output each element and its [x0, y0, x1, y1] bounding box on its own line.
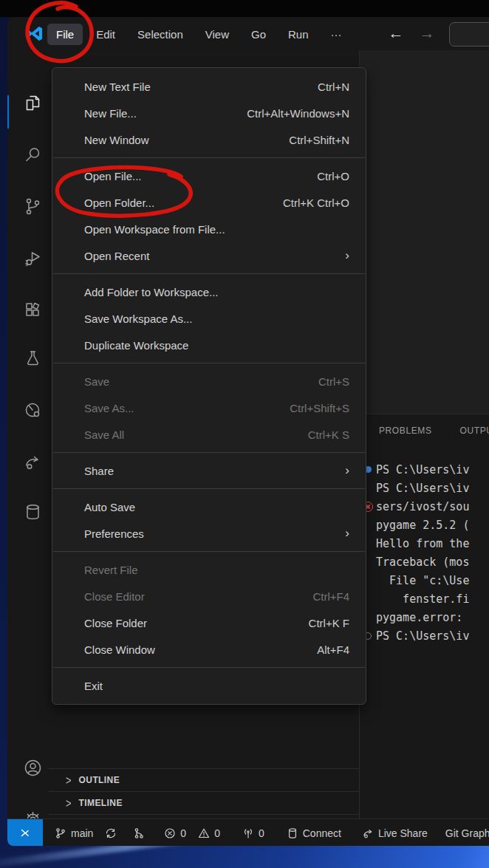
back-arrow-button[interactable]: ←: [386, 23, 406, 44]
menu-separator: [53, 551, 365, 552]
ports-count: 0: [259, 827, 264, 839]
menu-item-new-window[interactable]: New WindowCtrl+Shift+N: [52, 126, 366, 153]
menu-item-label: Save Workspace As...: [84, 312, 349, 325]
problems-errors[interactable]: 0: [158, 819, 192, 846]
menu-item-label: New Window: [84, 134, 289, 146]
git-graph-label-button[interactable]: Git Graph: [440, 819, 489, 846]
menu-item-close-window[interactable]: Close WindowAlt+F4: [52, 636, 366, 663]
menu-item-shortcut: Ctrl+N: [318, 81, 349, 93]
error-count: 0: [180, 827, 186, 839]
terminal-line-text: PS C:\Users\iv: [376, 629, 469, 643]
command-center-search-input[interactable]: [449, 22, 489, 47]
run-debug-icon[interactable]: [23, 248, 43, 268]
branch-name: main: [71, 827, 93, 839]
menu-item-revert-file: Revert File: [52, 556, 366, 583]
tab-output[interactable]: OUTPUT: [460, 426, 489, 436]
database-icon[interactable]: [23, 502, 43, 522]
remote-indicator-button[interactable]: [7, 819, 43, 846]
source-control-icon[interactable]: [23, 197, 43, 216]
activity-bar: [7, 50, 48, 819]
menu-item-add-folder-to-workspace[interactable]: Add Folder to Workspace...: [52, 278, 366, 305]
menubar-item-run[interactable]: Run: [279, 24, 318, 45]
menu-separator: [53, 363, 365, 363]
menu-item-new-text-file[interactable]: New Text FileCtrl+N: [52, 73, 366, 100]
menu-item-label: Close Editor: [84, 590, 312, 603]
menu-item-label: Duplicate Workspace: [84, 339, 349, 352]
terminal-line-text: pygame.error:: [376, 611, 469, 624]
menu-item-preferences[interactable]: Preferences›: [52, 520, 366, 547]
database-connect-icon: [287, 827, 298, 839]
tab-problems[interactable]: PROBLEMS: [379, 426, 432, 436]
sidebar-section-timeline[interactable]: >TIMELINE: [48, 791, 359, 814]
menu-item-open-folder[interactable]: Open Folder...Ctrl+K Ctrl+O: [52, 189, 366, 216]
live-share-icon[interactable]: [23, 452, 43, 472]
menu-item-shortcut: Ctrl+S: [318, 375, 349, 388]
menu-item-label: Preferences: [84, 527, 345, 540]
active-view-indicator: [7, 95, 9, 129]
git-graph-button[interactable]: [127, 819, 151, 846]
menu-item-label: Open Folder...: [84, 197, 283, 209]
menubar-item-edit[interactable]: Edit: [87, 24, 124, 45]
connect-label: Connect: [303, 827, 341, 839]
menu-item-label: New File...: [84, 107, 247, 120]
menu-item-auto-save[interactable]: Auto Save: [52, 493, 366, 520]
menu-item-open-recent[interactable]: Open Recent›: [52, 242, 366, 269]
menu-item-exit[interactable]: Exit: [52, 672, 366, 699]
sync-button[interactable]: [99, 819, 123, 846]
menu-item-shortcut: Ctrl+Shift+S: [290, 402, 349, 414]
forward-arrow-button[interactable]: →: [417, 23, 437, 44]
menu-item-save-as: Save As...Ctrl+Shift+S: [52, 394, 366, 421]
account-icon[interactable]: [23, 758, 43, 778]
menu-item-label: Open Workspace from File...: [84, 223, 349, 236]
terminal-line-text: File "c:\Use: [376, 574, 469, 587]
editor-area: [359, 50, 489, 414]
menu-item-share[interactable]: Share›: [52, 457, 366, 484]
menu-separator: [53, 667, 365, 668]
connect-button[interactable]: Connect: [281, 819, 347, 846]
git-branch-item[interactable]: main: [49, 819, 99, 846]
menubar-item-selection[interactable]: Selection: [129, 24, 192, 45]
search-icon[interactable]: [23, 145, 43, 165]
menu-item-save-workspace-as[interactable]: Save Workspace As...: [52, 305, 366, 332]
menubar-item-view[interactable]: View: [196, 24, 238, 45]
menu-item-label: Revert File: [84, 564, 349, 576]
problems-warnings[interactable]: 0: [192, 819, 226, 846]
menu-item-label: Add Folder to Workspace...: [84, 286, 349, 298]
live-share-button[interactable]: Live Share: [356, 819, 434, 846]
terminal-line: File "c:\Use: [360, 571, 489, 590]
menu-item-close-folder[interactable]: Close FolderCtrl+K F: [52, 609, 366, 636]
menu-separator: [53, 452, 365, 453]
menu-item-label: Close Window: [84, 643, 317, 656]
menubar-item-more[interactable]: ···: [322, 24, 351, 45]
panel-tabs: PROBLEMS OUTPUT: [379, 426, 489, 436]
submenu-chevron-icon: ›: [345, 248, 349, 263]
terminal-line-text: fenster.fi: [376, 592, 469, 606]
terminal-output[interactable]: PS C:\Users\ivPS C:\Users\ivsers/ivost/s…: [360, 460, 489, 645]
sidebar-section-outline[interactable]: >OUTLINE: [48, 768, 359, 791]
menu-item-shortcut: Alt+F4: [317, 643, 349, 656]
menu-item-open-file[interactable]: Open File...Ctrl+O: [52, 163, 366, 189]
ports-item[interactable]: 0: [236, 819, 270, 846]
terminal-line: Traceback (mos: [360, 553, 489, 571]
gitlens-inspect-icon[interactable]: [23, 400, 43, 420]
submenu-chevron-icon: ›: [345, 463, 349, 478]
terminal-line: Hello from the: [360, 534, 489, 553]
menu-item-open-workspace-from-file[interactable]: Open Workspace from File...: [52, 216, 366, 242]
menubar-item-go[interactable]: Go: [242, 24, 275, 45]
git-graph-icon: [133, 827, 145, 839]
chevron-right-icon: >: [66, 773, 72, 787]
menu-item-duplicate-workspace[interactable]: Duplicate Workspace: [52, 332, 366, 358]
terminal-line-text: PS C:\Users\iv: [376, 463, 469, 476]
title-bar: FileEditSelectionViewGoRun··· ← →: [7, 17, 489, 50]
extensions-icon[interactable]: [23, 300, 43, 320]
terminal-line: fenster.fi: [360, 590, 489, 608]
testing-icon[interactable]: [23, 349, 43, 369]
nav-arrows: ← →: [386, 23, 437, 44]
explorer-icon[interactable]: [23, 93, 43, 113]
sync-icon: [105, 827, 117, 839]
menu-item-new-file[interactable]: New File...Ctrl+Alt+Windows+N: [52, 100, 366, 126]
terminal-line-text: sers/ivost/sou: [376, 500, 469, 513]
chevron-right-icon: >: [66, 796, 72, 810]
menu-item-label: Save As...: [84, 402, 290, 414]
menubar-item-file[interactable]: File: [47, 24, 83, 45]
